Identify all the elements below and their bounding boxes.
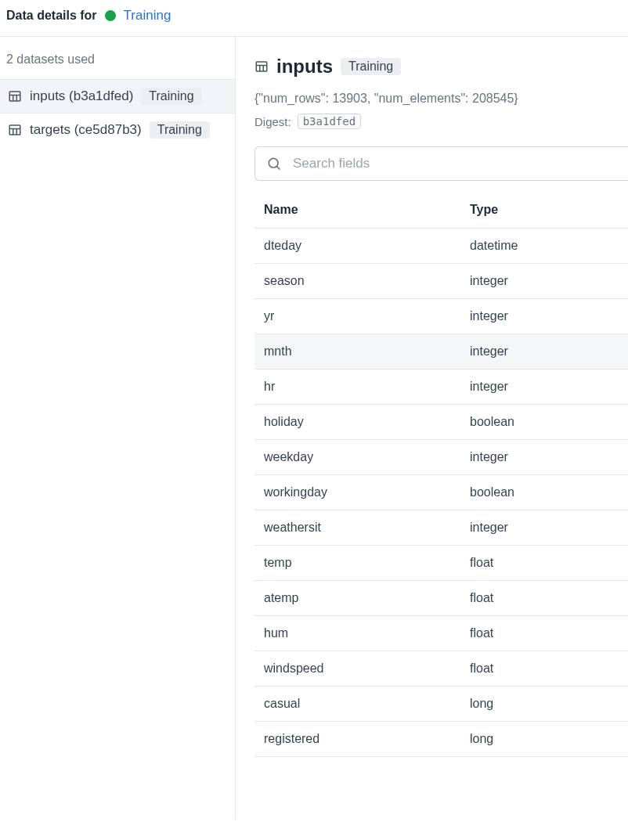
table-row[interactable]: tempfloat — [254, 546, 628, 581]
sidebar-item-label: targets (ce5d87b3) — [30, 122, 142, 138]
layout: 2 datasets used inputs (b3a1dfed)Trainin… — [0, 37, 628, 820]
table-row[interactable]: holidayboolean — [254, 405, 628, 440]
digest-label: Digest: — [254, 115, 291, 128]
field-type: integer — [460, 334, 628, 370]
field-name: weathersit — [254, 510, 460, 546]
search-input[interactable] — [291, 155, 617, 172]
table-row[interactable]: casuallong — [254, 687, 628, 722]
sidebar: 2 datasets used inputs (b3a1dfed)Trainin… — [0, 37, 236, 820]
sidebar-item-0[interactable]: inputs (b3a1dfed)Training — [0, 79, 235, 114]
field-name: registered — [254, 722, 460, 757]
field-type: float — [460, 546, 628, 581]
field-type: long — [460, 687, 628, 722]
search-icon — [266, 156, 282, 171]
field-name: hum — [254, 616, 460, 651]
field-type: boolean — [460, 405, 628, 440]
field-name: mnth — [254, 334, 460, 370]
digest-value: b3a1dfed — [298, 114, 361, 129]
main-header: inputs Training — [254, 37, 628, 78]
dataset-title: inputs — [276, 56, 333, 78]
field-type: datetime — [460, 229, 628, 264]
table-icon — [8, 123, 22, 137]
field-type: float — [460, 651, 628, 687]
field-type: float — [460, 581, 628, 616]
svg-line-13 — [276, 166, 280, 169]
table-row[interactable]: weekdayinteger — [254, 440, 628, 475]
table-row[interactable]: windspeedfloat — [254, 651, 628, 687]
table-row[interactable]: registeredlong — [254, 722, 628, 757]
dataset-badge: Training — [341, 58, 401, 75]
main-panel: inputs Training {"num_rows": 13903, "num… — [236, 37, 628, 820]
sidebar-item-badge: Training — [150, 121, 210, 139]
field-type: float — [460, 616, 628, 651]
sidebar-item-badge: Training — [141, 88, 201, 105]
field-type: boolean — [460, 475, 628, 510]
table-row[interactable]: seasoninteger — [254, 264, 628, 299]
table-row[interactable]: workingdayboolean — [254, 475, 628, 510]
training-link[interactable]: Training — [124, 8, 171, 23]
fields-table: Name Type dtedaydatetimeseasonintegeryri… — [254, 192, 628, 757]
sidebar-item-1[interactable]: targets (ce5d87b3)Training — [0, 114, 235, 147]
col-name-header[interactable]: Name — [254, 192, 460, 229]
field-name: windspeed — [254, 651, 460, 687]
search-container[interactable] — [254, 146, 628, 181]
table-row[interactable]: weathersitinteger — [254, 510, 628, 546]
header-prefix: Data details for — [6, 9, 97, 23]
status-dot-icon — [105, 10, 116, 21]
table-icon — [254, 59, 269, 74]
field-type: long — [460, 722, 628, 757]
table-icon — [8, 89, 22, 103]
field-name: weekday — [254, 440, 460, 475]
field-type: integer — [460, 440, 628, 475]
table-row[interactable]: humfloat — [254, 616, 628, 651]
field-type: integer — [460, 264, 628, 299]
table-row[interactable]: dtedaydatetime — [254, 229, 628, 264]
field-name: holiday — [254, 405, 460, 440]
col-type-header[interactable]: Type — [460, 192, 628, 229]
field-name: atemp — [254, 581, 460, 616]
field-type: integer — [460, 370, 628, 405]
table-row[interactable]: yrinteger — [254, 299, 628, 334]
field-type: integer — [460, 299, 628, 334]
field-name: season — [254, 264, 460, 299]
sidebar-subtitle: 2 datasets used — [0, 37, 235, 79]
svg-rect-4 — [9, 125, 20, 135]
field-type: integer — [460, 510, 628, 546]
table-row[interactable]: atempfloat — [254, 581, 628, 616]
field-name: workingday — [254, 475, 460, 510]
sidebar-item-label: inputs (b3a1dfed) — [30, 88, 133, 104]
table-row[interactable]: mnthinteger — [254, 334, 628, 370]
field-name: casual — [254, 687, 460, 722]
field-name: dteday — [254, 229, 460, 264]
field-name: hr — [254, 370, 460, 405]
svg-point-12 — [269, 158, 278, 168]
dataset-summary: {"num_rows": 13903, "num_elements": 2085… — [254, 92, 628, 106]
page-header: Data details for Training — [0, 0, 628, 37]
digest-row: Digest: b3a1dfed — [254, 114, 628, 129]
field-name: temp — [254, 546, 460, 581]
table-row[interactable]: hrinteger — [254, 370, 628, 405]
svg-rect-0 — [9, 92, 20, 101]
field-name: yr — [254, 299, 460, 334]
svg-rect-8 — [256, 62, 267, 71]
